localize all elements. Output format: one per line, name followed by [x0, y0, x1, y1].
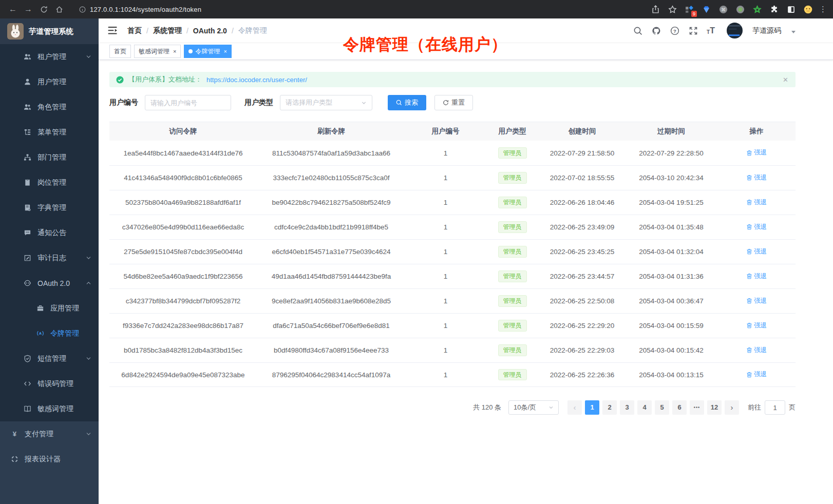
user-type-select[interactable]: 请选择用户类型 [280, 95, 372, 110]
force-logout-button[interactable]: 强退 [746, 297, 767, 305]
force-logout-label: 强退 [754, 272, 767, 281]
page-button-1[interactable]: 1 [585, 400, 599, 415]
sidebar-item-oauth2[interactable]: OAuth 2.0 [0, 270, 99, 296]
force-logout-label: 强退 [754, 198, 767, 207]
forward-button[interactable]: → [22, 3, 35, 16]
user-name[interactable]: 芋道源码 [752, 26, 781, 35]
access-token-cell: f9336e7c7dd242a283ee98dc86b17a87 [109, 322, 257, 329]
tab-layout-icon[interactable] [785, 4, 797, 15]
prev-page-button[interactable]: ‹ [567, 400, 582, 415]
search-button[interactable]: 搜索 [388, 95, 426, 110]
breadcrumb-item[interactable]: OAuth 2.0 [193, 27, 227, 35]
user-type-badge: 管理员 [498, 246, 527, 257]
user-id-input[interactable] [145, 95, 231, 110]
sidebar-item-pay[interactable]: ¥支付管理 [0, 421, 99, 447]
sidebar-item-oauth2-app[interactable]: 应用管理 [0, 296, 99, 321]
close-icon[interactable]: × [223, 48, 226, 54]
force-logout-button[interactable]: 强退 [746, 223, 767, 231]
force-logout-button[interactable]: 强退 [746, 148, 767, 157]
force-logout-button[interactable]: 强退 [746, 247, 767, 256]
page-button-2[interactable]: 2 [602, 400, 617, 415]
sidebar-item-error-code[interactable]: 错误码管理 [0, 371, 99, 396]
sidebar-collapse-button[interactable] [108, 26, 119, 35]
extension-star-icon[interactable] [751, 4, 763, 15]
user-type-badge: 管理员 [498, 295, 527, 306]
url-bar[interactable]: 127.0.0.1:1024/system/oauth2/token [73, 3, 617, 16]
sidebar-item-menu[interactable]: 菜单管理 [0, 120, 99, 145]
force-logout-label: 强退 [754, 321, 767, 330]
extension-gem-icon[interactable] [701, 4, 712, 15]
page-button-5[interactable]: 5 [655, 400, 669, 415]
sidebar-item-label: 租户管理 [37, 52, 66, 62]
force-logout-button[interactable]: 强退 [746, 198, 767, 207]
user-type-badge: 管理员 [498, 147, 527, 159]
reload-button[interactable] [37, 3, 50, 16]
create-time-cell: 2022-06-25 22:29:20 [539, 322, 625, 329]
ellipsis-button[interactable]: ••• [690, 400, 704, 415]
tab-sensitive-word[interactable]: 敏感词管理× [134, 45, 181, 58]
chevron-down-icon[interactable] [791, 31, 796, 33]
sidebar-item-report-designer[interactable]: 报表设计器 [0, 447, 99, 472]
force-logout-button[interactable]: 强退 [746, 321, 767, 330]
tab-token[interactable]: 令牌管理× [184, 45, 231, 58]
browser-menu-icon[interactable]: ⋮ [819, 5, 827, 14]
back-button[interactable]: ← [6, 3, 20, 16]
page-button-6[interactable]: 6 [672, 400, 687, 415]
github-icon[interactable] [651, 26, 661, 35]
user-type-badge: 管理员 [498, 369, 527, 380]
access-token-cell: 6d842e2924594de9a09e45e087323abe [109, 371, 257, 379]
extension-diamond-icon[interactable]: 9 [684, 4, 695, 15]
url-text: 127.0.0.1:1024/system/oauth2/token [90, 6, 201, 13]
sidebar-item-notice[interactable]: 通知公告 [0, 220, 99, 245]
tab-home[interactable]: 首页 [109, 45, 131, 58]
sidebar-item-role[interactable]: 角色管理 [0, 94, 99, 120]
chevron-down-icon [548, 405, 554, 410]
alert-close-icon[interactable]: ✕ [783, 76, 788, 84]
reset-button[interactable]: 重置 [434, 95, 473, 110]
force-logout-button[interactable]: 强退 [746, 173, 767, 182]
sidebar-item-sensitive-word[interactable]: 敏感词管理 [0, 396, 99, 421]
user-avatar[interactable] [727, 23, 743, 38]
sidebar-item-sms[interactable]: 短信管理 [0, 346, 99, 371]
next-page-button[interactable]: › [725, 400, 739, 415]
sidebar-item-post[interactable]: 岗位管理 [0, 170, 99, 195]
sidebar-item-tenant[interactable]: 租户管理 [0, 44, 99, 69]
breadcrumb-item[interactable]: 首页 [127, 26, 142, 35]
table-header-cell: 过期时间 [625, 127, 717, 136]
page-button-4[interactable]: 4 [637, 400, 652, 415]
jump-page-input[interactable] [765, 400, 785, 415]
chevron-down-icon [361, 100, 367, 106]
force-logout-button[interactable]: 强退 [746, 370, 767, 379]
user-type-cell: 管理员 [485, 270, 539, 282]
fullscreen-icon[interactable] [688, 26, 698, 35]
action-cell: 强退 [717, 173, 796, 183]
app-logo[interactable]: 芋道管理系统 [0, 18, 99, 44]
extension-command-icon[interactable]: ⌘ [717, 4, 729, 15]
sidebar-item-dict[interactable]: 字典管理 [0, 195, 99, 220]
page-button-3[interactable]: 3 [620, 400, 634, 415]
search-icon[interactable] [633, 26, 642, 35]
sidebar: 芋道管理系统 租户管理用户管理角色管理菜单管理部门管理岗位管理字典管理通知公告审… [0, 18, 99, 504]
extension-puzzle-icon[interactable] [768, 4, 780, 15]
close-icon[interactable]: × [173, 48, 176, 54]
bookmark-star-icon[interactable] [667, 4, 678, 15]
page-button-12[interactable]: 12 [707, 400, 722, 415]
force-logout-button[interactable]: 强退 [746, 346, 767, 355]
profile-avatar[interactable] [802, 4, 813, 15]
share-icon[interactable] [650, 4, 661, 15]
alert-doc-link[interactable]: https://doc.iocoder.cn/user-center/ [206, 76, 307, 84]
page-size-select[interactable]: 10条/页 [508, 400, 559, 415]
user-type-cell: 管理员 [485, 172, 539, 183]
force-logout-button[interactable]: 强退 [746, 272, 767, 281]
help-icon[interactable]: ? [670, 26, 679, 35]
sidebar-item-oauth2-token[interactable]: A令牌管理 [0, 321, 99, 346]
sidebar-item-dept[interactable]: 部门管理 [0, 145, 99, 170]
font-size-icon[interactable]: TT [707, 27, 715, 35]
home-button[interactable] [52, 3, 66, 16]
extension-record-icon[interactable] [734, 4, 746, 15]
user-type-cell: 管理员 [485, 221, 539, 232]
sidebar-item-audit-log[interactable]: 审计日志 [0, 245, 99, 270]
breadcrumb-item[interactable]: 系统管理 [153, 26, 182, 35]
table-header-cell: 用户编号 [406, 127, 485, 136]
sidebar-item-user[interactable]: 用户管理 [0, 69, 99, 94]
